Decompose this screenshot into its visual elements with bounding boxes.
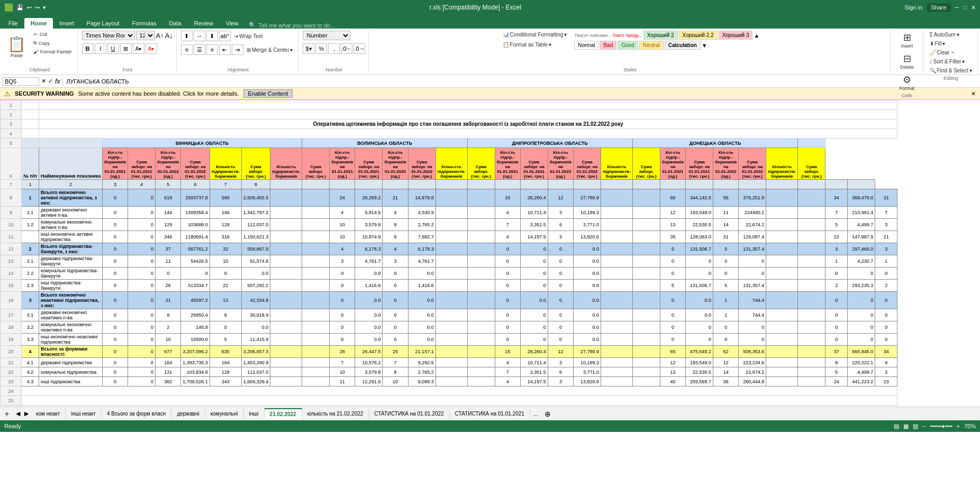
increase-font-icon[interactable]: A↑ <box>156 32 164 40</box>
align-center-button[interactable]: ☰ <box>194 44 205 55</box>
zoom-decrease-btn[interactable]: − <box>922 423 925 429</box>
zoom-level[interactable]: 70% <box>964 423 976 429</box>
grid-scroll[interactable]: 1 2 3 Оперативна щотижнева інформація пр… <box>0 100 980 407</box>
formula-confirm[interactable]: ✓ <box>48 78 53 85</box>
delete-cells-btn[interactable]: ⊟ Delete <box>898 52 916 71</box>
decrease-font-icon[interactable]: A↓ <box>165 32 173 40</box>
format-as-table-btn[interactable]: 📋Format as Table▾ <box>501 41 569 49</box>
fill-color-button[interactable]: A▾ <box>133 43 144 54</box>
view-break-icon[interactable]: ▧ <box>913 423 918 430</box>
sheet-tab-stat-2021[interactable]: СТАТИСТИКА на 01.01.2021 <box>450 409 530 419</box>
align-top-button[interactable]: ⬆ <box>181 31 193 41</box>
style-neutral[interactable]: Neutral <box>639 41 664 50</box>
wrap-text-button[interactable]: ⇥Wrap Text <box>232 32 265 40</box>
cell-a4[interactable] <box>22 129 39 139</box>
font-color-button[interactable]: A▾ <box>146 43 157 54</box>
sheet-tab-kom-neakt[interactable]: ком неакт <box>31 409 66 419</box>
tab-home[interactable]: Home <box>24 18 53 29</box>
find-select-btn[interactable]: 🔍Find & Select▾ <box>928 67 974 75</box>
currency-btn[interactable]: $▾ <box>303 43 314 54</box>
formula-cancel[interactable]: ✕ <box>41 78 46 85</box>
view-normal-icon[interactable]: ▤ <box>894 423 899 430</box>
align-middle-button[interactable]: ↔ <box>194 31 205 41</box>
cell-a1[interactable] <box>22 100 39 110</box>
fill-btn[interactable]: ⬇Fill▾ <box>928 40 948 48</box>
sheet-tab-stat-2022[interactable]: СТАТИСТИКА на 01.01.2022 <box>369 409 449 419</box>
copy-button[interactable]: ⧉Copy <box>31 39 74 47</box>
tab-formulas[interactable]: Formulas <box>126 18 163 29</box>
cut-button[interactable]: ✂Cut <box>31 31 74 38</box>
merge-center-button[interactable]: ⊞Merge & Center▾ <box>244 46 295 54</box>
nav-left-btn[interactable]: ◀ <box>14 408 22 419</box>
align-bottom-button[interactable]: ⬇ <box>206 31 218 41</box>
tell-me[interactable]: Tell me what you want to do... <box>258 22 335 29</box>
sheet-tab-komunalni[interactable]: комунальні <box>205 409 244 419</box>
underline-button[interactable]: U <box>107 43 119 54</box>
zoom-increase-btn[interactable]: + <box>957 423 960 429</box>
sheet-tab-4-vsogo[interactable]: 4 Всього за форм власн <box>102 409 171 419</box>
new-sheet-btn[interactable]: ⊕ <box>541 408 554 420</box>
share-btn[interactable]: Share <box>927 3 950 12</box>
tab-view[interactable]: View <box>220 18 245 29</box>
font-name-select[interactable]: Times New Roman <box>82 31 135 40</box>
bold-button[interactable]: B <box>82 43 94 54</box>
formula-insert[interactable]: fx <box>55 77 60 85</box>
restore-btn[interactable]: □ <box>963 4 967 11</box>
insert-cells-btn[interactable]: ⊞ Insert <box>899 31 915 50</box>
autosum-btn[interactable]: ΣAutoSum▾ <box>928 31 961 39</box>
sign-in-link[interactable]: Sign in <box>905 4 923 11</box>
style-good3[interactable]: Хороший 3 <box>719 31 753 40</box>
styles-scroll-down[interactable]: ▼ <box>702 42 707 49</box>
sheet-tab-inshi-neakt[interactable]: інші неакт <box>66 409 101 419</box>
styles-scroll-up[interactable]: ▲ <box>754 32 759 39</box>
cell-b5[interactable] <box>39 139 102 148</box>
orientation-button[interactable]: ab° <box>219 31 231 41</box>
nav-right-btn[interactable]: ▶ <box>22 408 31 419</box>
sheet-tab-derzhavni[interactable]: державні <box>171 409 205 419</box>
font-size-select[interactable]: 12 <box>136 31 155 40</box>
paste-button[interactable]: 📋 Paste <box>5 31 28 62</box>
align-right-button[interactable]: ≡ <box>206 44 218 55</box>
cell-a3[interactable] <box>22 119 39 129</box>
percent-btn[interactable]: % <box>315 43 327 54</box>
clear-btn[interactable]: 🧹Clear ~ <box>928 49 957 57</box>
more-sheets-btn[interactable]: ... <box>530 409 541 419</box>
sheet-tab-21-02-2022[interactable]: 21.02.2022 <box>265 408 302 419</box>
add-sheet-btn[interactable]: ＋ <box>0 407 14 421</box>
cell-ae5[interactable] <box>798 139 825 148</box>
comma-btn[interactable]: , <box>328 43 340 54</box>
style-good22[interactable]: Хороший 2.2 <box>679 31 718 40</box>
decrease-decimal-btn[interactable]: .0← <box>341 43 352 54</box>
tab-file[interactable]: File <box>2 18 24 29</box>
increase-indent-button[interactable]: ⇥ <box>232 44 243 55</box>
style-calculation[interactable]: Calculation <box>665 41 701 50</box>
minimize-btn[interactable]: ─ <box>955 4 959 11</box>
cell-a5[interactable] <box>22 139 39 148</box>
style-bad[interactable]: Bad <box>600 41 616 50</box>
sort-filter-btn[interactable]: ↕Sort & Filter▾ <box>928 58 967 66</box>
cell-a2[interactable] <box>22 110 39 119</box>
cell-reference-box[interactable] <box>2 77 39 86</box>
tab-insert[interactable]: Insert <box>53 18 80 29</box>
quick-undo[interactable]: ↩ <box>27 4 32 11</box>
style-normal[interactable]: Normal <box>574 41 598 50</box>
style-good2[interactable]: Хороший 2 <box>643 31 678 40</box>
decrease-indent-button[interactable]: ⇤ <box>219 44 231 55</box>
close-btn[interactable]: ✕ <box>971 4 976 11</box>
view-layout-icon[interactable]: ▦ <box>903 423 909 430</box>
style-good[interactable]: Good <box>618 41 638 50</box>
format-painter-button[interactable]: 🖌Format Painter <box>31 48 74 56</box>
quick-redo[interactable]: ↪ <box>35 4 40 11</box>
border-button[interactable]: ⊞ <box>120 43 132 54</box>
increase-decimal-btn[interactable]: .0→ <box>353 43 365 54</box>
quick-save[interactable]: 💾 <box>16 4 24 11</box>
sheet-tab-kilkist[interactable]: кількість на 21.02.2022 <box>302 409 369 419</box>
close-warning-icon[interactable]: ✕ <box>971 90 976 97</box>
align-left-button[interactable]: ≡ <box>181 44 193 55</box>
cell-b1[interactable] <box>39 100 897 110</box>
number-format-select[interactable]: Number General Currency Accounting Short… <box>303 31 350 40</box>
sheet-tab-inshi[interactable]: інші <box>244 409 265 419</box>
tab-page-layout[interactable]: Page Layout <box>80 18 126 29</box>
tab-data[interactable]: Data <box>162 18 187 29</box>
italic-button[interactable]: I <box>95 43 106 54</box>
